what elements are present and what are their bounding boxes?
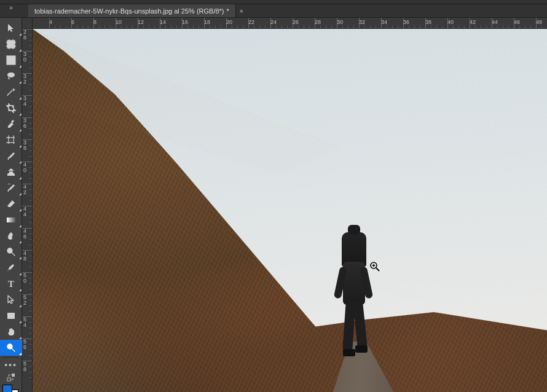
crop-tool[interactable]	[0, 100, 22, 116]
canvas[interactable]	[33, 29, 547, 392]
type-tool[interactable]: T	[0, 276, 22, 292]
hand-tool[interactable]	[0, 324, 22, 340]
document-tab-bar: tobias-rademacher-5W-nykr-Bqs-unsplash.j…	[0, 4, 547, 18]
brush-tool[interactable]	[0, 148, 22, 164]
ruler-origin-corner[interactable]	[22, 18, 33, 29]
eraser-tool[interactable]	[0, 196, 22, 212]
move-tool[interactable]	[0, 20, 22, 36]
document-tab-title: tobias-rademacher-5W-nykr-Bqs-unsplash.j…	[34, 7, 224, 15]
path-selection-tool[interactable]	[0, 292, 22, 308]
horizontal-ruler[interactable]: 4681012141618202224262830323436384042444…	[33, 18, 547, 29]
toolbox: T•••	[0, 18, 22, 392]
rectangular-marquee-tool[interactable]	[0, 52, 22, 68]
artboard-tool[interactable]	[0, 36, 22, 52]
close-tab-button[interactable]: ×	[236, 4, 247, 17]
app-top-strip	[0, 0, 547, 4]
svg-rect-1	[12, 374, 15, 377]
vertical-ruler[interactable]: 2 83 03 23 43 63 84 04 24 44 64 85 05 25…	[22, 29, 33, 392]
expand-panels-button[interactable]: »	[0, 4, 22, 10]
lasso-tool[interactable]	[0, 68, 22, 84]
workspace: 4681012141618202224262830323436384042444…	[22, 18, 547, 392]
svg-rect-0	[7, 378, 10, 381]
hiker-figure	[331, 232, 380, 361]
smudge-tool[interactable]	[0, 228, 22, 244]
document-dirty-marker: *	[227, 7, 229, 15]
pen-tool[interactable]	[0, 260, 22, 276]
eyedropper-tool[interactable]	[0, 116, 22, 132]
magic-wand-tool[interactable]	[0, 84, 22, 100]
foreground-color-swatch[interactable]	[2, 385, 12, 392]
document-tab[interactable]: tobias-rademacher-5W-nykr-Bqs-unsplash.j…	[28, 4, 236, 17]
dodge-tool[interactable]	[0, 244, 22, 260]
swap-colors-icon[interactable]	[0, 371, 22, 383]
color-swatches[interactable]	[0, 385, 22, 392]
gradient-tool[interactable]	[0, 212, 22, 228]
edit-toolbar-button[interactable]: •••	[0, 359, 22, 371]
clone-stamp-tool[interactable]	[0, 164, 22, 180]
image-content	[33, 29, 547, 392]
rectangle-tool[interactable]	[0, 308, 22, 324]
frame-tool[interactable]	[0, 132, 22, 148]
zoom-tool[interactable]	[0, 340, 22, 356]
history-brush-tool[interactable]	[0, 180, 22, 196]
